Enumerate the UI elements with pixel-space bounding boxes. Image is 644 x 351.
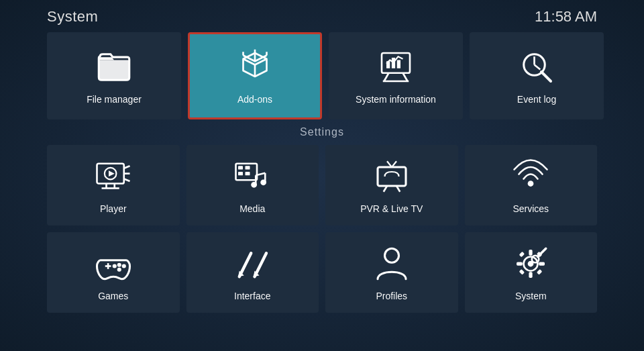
svg-rect-57 [529,272,533,278]
player-icon [93,156,133,197]
tile-games[interactable]: Games [47,232,180,313]
header: System 11:58 AM [47,0,597,32]
settings-section: Settings [47,126,597,313]
tile-player[interactable]: Player [47,145,180,225]
svg-rect-63 [537,269,543,275]
tile-event-log[interactable]: Event log [470,32,604,119]
eventlog-icon [517,47,557,87]
tile-add-ons[interactable]: Add-ons [188,32,322,119]
svg-rect-56 [529,250,533,256]
svg-rect-60 [519,252,525,258]
pvr-icon [372,156,412,197]
media-icon [232,156,272,197]
svg-rect-62 [519,269,525,275]
pvr-label: PVR & Live TV [360,203,423,214]
services-icon [511,156,551,197]
tile-media[interactable]: Media [186,145,319,225]
svg-rect-32 [246,172,250,175]
page-title: System [47,8,98,26]
clock: 11:58 AM [535,8,597,26]
svg-point-46 [117,263,121,267]
folder-icon [94,47,134,87]
tile-file-manager[interactable]: File manager [47,32,181,119]
system-icon [511,244,551,284]
svg-point-48 [117,268,121,272]
system-label: System [515,291,547,301]
svg-line-15 [535,65,541,70]
svg-rect-58 [517,262,523,265]
svg-point-37 [261,179,267,185]
svg-point-17 [542,72,545,75]
addons-icon [235,47,275,87]
svg-rect-31 [238,172,243,175]
svg-rect-38 [378,167,406,186]
svg-point-49 [112,264,116,268]
svg-rect-6 [382,53,410,73]
svg-point-54 [384,248,398,262]
svg-rect-30 [246,166,250,169]
media-label: Media [239,203,265,214]
svg-rect-59 [539,262,545,265]
games-label: Games [98,291,128,301]
sysinfo-icon [376,47,416,87]
svg-point-47 [121,264,125,268]
profiles-icon [372,244,412,284]
tile-system[interactable]: System [465,232,598,313]
settings-grid: Player [47,145,597,313]
player-label: Player [100,203,127,214]
svg-line-7 [384,73,389,81]
svg-point-36 [252,182,258,188]
svg-marker-20 [109,170,115,177]
top-row: File manager Add-ons [47,32,597,119]
add-ons-label: Add-ons [237,94,272,105]
event-log-label: Event log [517,94,556,105]
svg-rect-29 [238,166,243,169]
interface-icon [232,244,272,284]
tile-interface[interactable]: Interface [186,232,319,313]
svg-rect-0 [99,60,129,81]
svg-rect-12 [397,60,400,68]
profiles-label: Profiles [376,291,407,301]
games-icon [93,244,133,284]
system-information-label: System information [356,94,436,105]
interface-label: Interface [234,291,270,301]
settings-heading: Settings [47,126,597,138]
svg-line-8 [403,73,408,81]
tile-services[interactable]: Services [465,145,598,225]
svg-point-43 [528,181,534,187]
tile-pvr[interactable]: PVR & Live TV [325,145,458,225]
file-manager-label: File manager [87,94,142,105]
services-label: Services [513,203,549,214]
tile-system-information[interactable]: System information [329,32,463,119]
tile-profiles[interactable]: Profiles [325,232,458,313]
